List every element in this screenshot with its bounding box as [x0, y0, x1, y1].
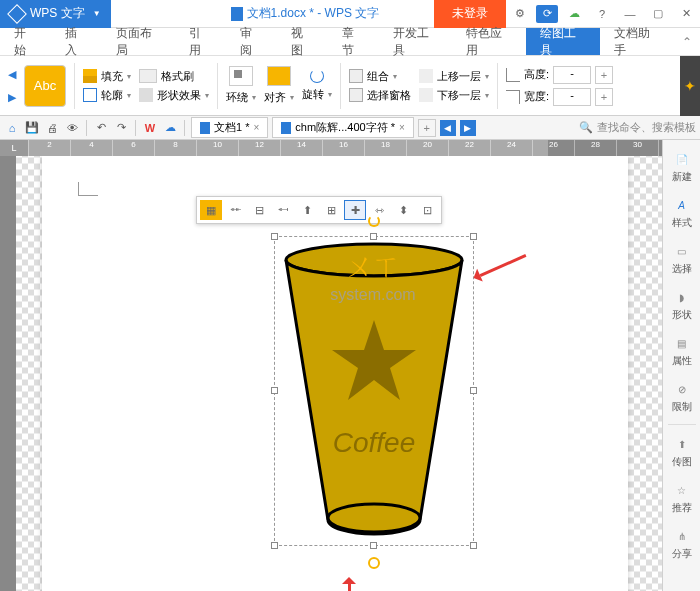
tab-review[interactable]: 审阅 — [226, 28, 277, 55]
main-area: ▦ ⬵ ⊟ ⬶ ⬆ ⊞ ✚ ⇿ ⬍ ⊡ — [0, 156, 662, 591]
rotate-handle[interactable] — [368, 215, 380, 227]
collapse-ribbon-icon[interactable]: ⌃ — [673, 28, 700, 55]
new-icon: 📄 — [673, 150, 691, 168]
side-new[interactable]: 📄新建 — [666, 146, 698, 188]
doc-tab-2[interactable]: chm陈辉...400字符 * × — [272, 117, 413, 138]
close-tab-icon[interactable]: × — [253, 122, 259, 133]
side-select[interactable]: ▭选择 — [666, 238, 698, 280]
shape-effect-button[interactable]: 形状效果▾ — [139, 88, 209, 103]
print-icon[interactable]: 🖨 — [44, 120, 60, 136]
resize-handle-bm[interactable] — [370, 542, 377, 549]
home-icon[interactable]: ⌂ — [4, 120, 20, 136]
align-center-v-button[interactable]: ✚ — [344, 200, 366, 220]
distribute-v-button[interactable]: ⬍ — [392, 200, 414, 220]
preview-icon[interactable]: 👁 — [64, 120, 80, 136]
title-controls: ⚙ ⟳ ☁ ? — ▢ ✕ — [506, 0, 700, 28]
cloud-sync-icon[interactable]: ☁ — [162, 120, 178, 136]
doc-icon — [231, 7, 243, 21]
doc-tab-1[interactable]: 文档1 * × — [191, 117, 268, 138]
resize-handle-tl[interactable] — [271, 233, 278, 240]
side-style[interactable]: A样式 — [666, 192, 698, 234]
height-plus[interactable]: + — [595, 66, 613, 84]
align-button[interactable]: 对齐▾ — [264, 90, 294, 105]
side-upload[interactable]: ⬆传图 — [666, 431, 698, 473]
maximize-icon[interactable]: ▢ — [644, 0, 672, 28]
resize-handle-tr[interactable] — [470, 233, 477, 240]
resize-handle-br[interactable] — [470, 542, 477, 549]
nav-left-icon[interactable]: ◀ — [8, 68, 16, 81]
help-icon[interactable]: ? — [588, 0, 616, 28]
tab-feature[interactable]: 特色应用 — [452, 28, 526, 55]
tab-drawing-tools[interactable]: 绘图工具 — [526, 28, 600, 55]
format-brush-button[interactable]: 格式刷 — [139, 69, 209, 84]
combine-button[interactable]: 组合▾ — [349, 69, 411, 84]
app-name: WPS 文字 — [30, 5, 85, 22]
down-layer-button[interactable]: 下移一层▾ — [419, 88, 489, 103]
grid-button[interactable]: ⊡ — [416, 200, 438, 220]
add-tab-button[interactable]: + — [418, 119, 436, 137]
quick-access: ⌂ 💾 🖨 👁 ↶ ↷ W ☁ 文档1 * × chm陈辉...400字符 * … — [0, 116, 700, 140]
tab-nav-right[interactable]: ▶ — [460, 120, 476, 136]
side-limit[interactable]: ⊘限制 — [666, 376, 698, 418]
app-logo[interactable]: WPS 文字 ▼ — [0, 0, 111, 28]
resize-handle-mr[interactable] — [470, 387, 477, 394]
align-top-button[interactable]: ⬆ — [296, 200, 318, 220]
outline-button[interactable]: 轮廓▾ — [83, 88, 131, 103]
fill-button[interactable]: 填充▾ — [83, 69, 131, 84]
shape-style-preset[interactable]: Abc — [24, 65, 66, 107]
menu-tabs: 开始 插入 页面布局 引用 审阅 视图 章节 开发工具 特色应用 绘图工具 文档… — [0, 28, 700, 56]
close-tab-icon[interactable]: × — [399, 122, 405, 133]
width-plus[interactable]: + — [595, 88, 613, 106]
nav-right-icon[interactable]: ▶ — [8, 91, 16, 104]
side-share[interactable]: ⋔分享 — [666, 523, 698, 565]
search-box[interactable]: 🔍 查找命令、搜索模板 — [579, 120, 696, 135]
width-row: 宽度:-+ — [506, 88, 613, 106]
outline-icon — [83, 88, 97, 102]
align-fill-button[interactable]: ▦ — [200, 200, 222, 220]
cloud-icon[interactable]: ☁ — [560, 0, 588, 28]
anchor-handle[interactable] — [368, 557, 380, 569]
select-pane-button[interactable]: 选择窗格 — [349, 88, 411, 103]
align-center-h-button[interactable]: ⊟ — [248, 200, 270, 220]
resize-handle-ml[interactable] — [271, 387, 278, 394]
login-button[interactable]: 未登录 — [434, 0, 506, 28]
rotate-button[interactable]: 旋转▾ — [302, 87, 332, 102]
settings-icon[interactable]: ⚙ — [506, 0, 534, 28]
side-attr[interactable]: ▤属性 — [666, 330, 698, 372]
canvas[interactable]: ▦ ⬵ ⊟ ⬶ ⬆ ⊞ ✚ ⇿ ⬍ ⊡ — [16, 156, 662, 591]
ruler-corner[interactable]: L — [0, 140, 28, 156]
ruler-horizontal[interactable]: L 246810121416182022242628303234 — [0, 140, 700, 156]
resize-handle-tm[interactable] — [370, 233, 377, 240]
tab-dev[interactable]: 开发工具 — [379, 28, 453, 55]
tab-view[interactable]: 视图 — [277, 28, 328, 55]
wps-icon[interactable]: W — [142, 120, 158, 136]
side-shape[interactable]: ◗形状 — [666, 284, 698, 326]
redo-icon[interactable]: ↷ — [113, 120, 129, 136]
page[interactable]: ▦ ⬵ ⊟ ⬶ ⬆ ⊞ ✚ ⇿ ⬍ ⊡ — [42, 156, 628, 591]
minimize-icon[interactable]: — — [616, 0, 644, 28]
tab-insert[interactable]: 插入 — [51, 28, 102, 55]
tab-chapter[interactable]: 章节 — [328, 28, 379, 55]
ribbon: ◀ ▶ Abc 填充▾ 轮廓▾ 格式刷 形状效果▾ 环绕▾ 对齐▾ 旋转▾ 组合… — [0, 56, 700, 116]
tab-doc-helper[interactable]: 文档助手 — [600, 28, 674, 55]
tab-reference[interactable]: 引用 — [175, 28, 226, 55]
tab-start[interactable]: 开始 — [0, 28, 51, 55]
height-input[interactable]: - — [553, 66, 591, 84]
ruler-vertical[interactable] — [0, 156, 16, 591]
close-icon[interactable]: ✕ — [672, 0, 700, 28]
up-layer-button[interactable]: 上移一层▾ — [419, 69, 489, 84]
wrap-button[interactable]: 环绕▾ — [226, 90, 256, 105]
undo-icon[interactable]: ↶ — [93, 120, 109, 136]
share-icon: ⋔ — [673, 527, 691, 545]
sync-icon[interactable]: ⟳ — [536, 5, 558, 23]
tab-page-layout[interactable]: 页面布局 — [102, 28, 176, 55]
resize-handle-bl[interactable] — [271, 542, 278, 549]
align-right-button[interactable]: ⬶ — [272, 200, 294, 220]
save-icon[interactable]: 💾 — [24, 120, 40, 136]
align-left-button[interactable]: ⬵ — [224, 200, 246, 220]
side-recommend[interactable]: ☆推荐 — [666, 477, 698, 519]
tab-nav-left[interactable]: ◀ — [440, 120, 456, 136]
promo-banner[interactable]: ✦ — [680, 56, 700, 116]
align-middle-button[interactable]: ⊞ — [320, 200, 342, 220]
width-input[interactable]: - — [553, 88, 591, 106]
